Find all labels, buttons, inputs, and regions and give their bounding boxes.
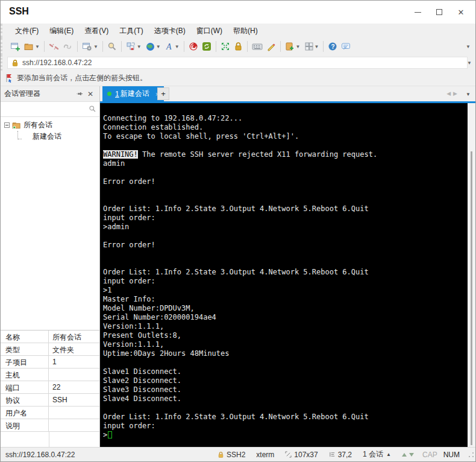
terminal-line: Version:1.1.1, [103, 322, 469, 331]
terminal-line: input order: [103, 422, 469, 431]
property-value[interactable]: 文件夹 [49, 343, 99, 355]
session-manager-header: 会话管理器 ✕ [1, 86, 99, 102]
property-row-3: 主机 [1, 369, 99, 381]
virtual-keyboard-button[interactable] [250, 39, 265, 54]
status-size: 107x37 [285, 451, 318, 459]
terminal-line: Slave3 Disconnect. [103, 385, 469, 394]
scroll-down-icon[interactable] [409, 453, 414, 457]
chevron-down-icon[interactable]: ▼ [156, 44, 161, 49]
terminal-line: >admin [103, 223, 469, 232]
feedback-chat-icon [341, 42, 351, 51]
xagent-button[interactable] [187, 39, 200, 54]
tree-item-new-session[interactable]: 新建会话 [1, 131, 99, 142]
property-row-5: 协议SSH [1, 394, 99, 407]
menu-item-1[interactable]: 编辑(E) [44, 24, 79, 38]
property-label: 端口 [1, 381, 49, 393]
duplicate-session-icon [126, 42, 136, 51]
toolbar-overflow-caret[interactable]: ▼ [466, 44, 471, 49]
property-value[interactable]: 22 [49, 381, 99, 393]
terminal-line [103, 358, 469, 367]
new-session-icon [10, 42, 20, 52]
property-value[interactable] [49, 407, 99, 419]
status-session-count[interactable]: 1 会话 ▲ [363, 449, 391, 460]
terminal-output[interactable]: Connecting to 192.168.0.47:22...Connecti… [100, 103, 469, 448]
font-button[interactable]: A ▼ [163, 39, 181, 54]
property-value[interactable] [49, 419, 99, 431]
terminal-line: >1 [103, 286, 469, 295]
new-tab-button[interactable]: + [157, 87, 169, 100]
disconnect-icon [49, 42, 59, 51]
tree-item-all-sessions[interactable]: 所有会话 [1, 119, 99, 131]
terminal-line: Uptime:0Days 2Hours 48Minutes [103, 349, 469, 358]
chevron-down-icon[interactable]: ▼ [137, 44, 142, 49]
compose-button[interactable] [265, 39, 278, 54]
property-value[interactable]: 1 [49, 356, 99, 368]
tab-list-caret[interactable]: ▼ [466, 92, 471, 97]
status-terminal-type[interactable]: xterm [256, 451, 274, 459]
menu-item-2[interactable]: 查看(V) [79, 24, 114, 38]
resize-grip[interactable] [468, 452, 474, 458]
encoding-button[interactable]: ▼ [143, 39, 163, 54]
status-caps-lock: CAP [422, 451, 437, 459]
terminal-line: To escape to local shell, press 'Ctrl+Al… [103, 132, 469, 141]
address-input[interactable]: ssh://192.168.0.47:22 [7, 57, 468, 69]
terminal-line: Serial Number:020000194ae4 [103, 313, 469, 322]
chevron-down-icon[interactable]: ▼ [35, 44, 40, 49]
fullscreen-button[interactable] [219, 39, 232, 54]
chevron-down-icon[interactable]: ▼ [315, 44, 319, 49]
layout-button[interactable]: ▼ [302, 39, 321, 54]
menu-item-5[interactable]: 窗口(W) [191, 24, 228, 38]
tab-bar: 1 新建会话 × + ◀▶ ▼ [100, 86, 475, 101]
property-value[interactable]: SSH [49, 394, 99, 406]
property-value[interactable] [49, 369, 99, 381]
menu-item-4[interactable]: 选项卡(B) [149, 24, 191, 38]
menu-item-6[interactable]: 帮助(H) [228, 24, 263, 38]
feedback-button[interactable] [339, 39, 353, 54]
close-button[interactable]: ✕ [450, 3, 472, 21]
tab-new-session[interactable]: 1 新建会话 × [102, 86, 164, 101]
terminal-line [103, 250, 469, 259]
session-manager-title: 会话管理器 [4, 89, 74, 99]
menu-item-3[interactable]: 工具(T) [114, 24, 148, 38]
disconnect-button[interactable] [47, 39, 61, 54]
terminal-line [103, 403, 469, 413]
terminal-line [103, 259, 469, 268]
chevron-down-icon[interactable]: ▼ [296, 44, 301, 49]
maximize-button[interactable] [428, 3, 450, 21]
property-value[interactable]: 所有会话 [49, 331, 99, 343]
terminal-line [103, 186, 469, 195]
duplicate-session-button[interactable]: ▼ [124, 39, 143, 54]
panel-close-button[interactable]: ✕ [85, 89, 96, 100]
open-session-button[interactable]: ▼ [22, 39, 42, 54]
notice-bar: 要添加当前会话，点击左侧的箭头按钮。 [1, 71, 475, 86]
menu-item-0[interactable]: 文件(F) [10, 24, 44, 38]
terminal-line: Model Number:DPDUv3M, [103, 304, 469, 313]
collapse-icon[interactable] [4, 122, 10, 128]
session-tree: 所有会话 新建会话 [1, 117, 99, 328]
lock-button[interactable] [232, 39, 245, 54]
find-button[interactable] [105, 39, 119, 54]
pin-button[interactable] [74, 89, 85, 100]
reconnect-button[interactable] [61, 39, 75, 54]
chevron-down-icon[interactable]: ▼ [175, 44, 180, 49]
chevron-down-icon[interactable]: ▼ [93, 44, 98, 49]
session-properties-button[interactable]: ▼ [80, 39, 100, 54]
session-popup-caret[interactable]: ▲ [386, 452, 391, 457]
help-button[interactable]: ? [326, 39, 339, 54]
tab-scroll-arrows[interactable]: ◀▶ [446, 90, 460, 97]
session-search-input[interactable] [3, 103, 86, 115]
new-file-button[interactable]: ▼ [283, 39, 302, 54]
property-row-7: 说明 [1, 419, 99, 432]
terminal-scrollbar[interactable] [468, 103, 475, 448]
minimize-button[interactable] [407, 3, 428, 21]
sync-button[interactable] [200, 39, 213, 54]
notice-text: 要添加当前会话，点击左侧的箭头按钮。 [17, 73, 147, 83]
scrollbar-thumb[interactable] [471, 151, 472, 445]
session-properties-icon [82, 42, 93, 52]
new-session-button[interactable] [8, 39, 22, 54]
property-label: 用户名 [1, 407, 49, 419]
terminal-cursor [108, 431, 112, 438]
terminal-line: Present Outlets:8, [103, 331, 469, 340]
address-dropdown-caret[interactable]: ▼ [467, 60, 472, 66]
scroll-up-icon[interactable] [402, 453, 407, 457]
